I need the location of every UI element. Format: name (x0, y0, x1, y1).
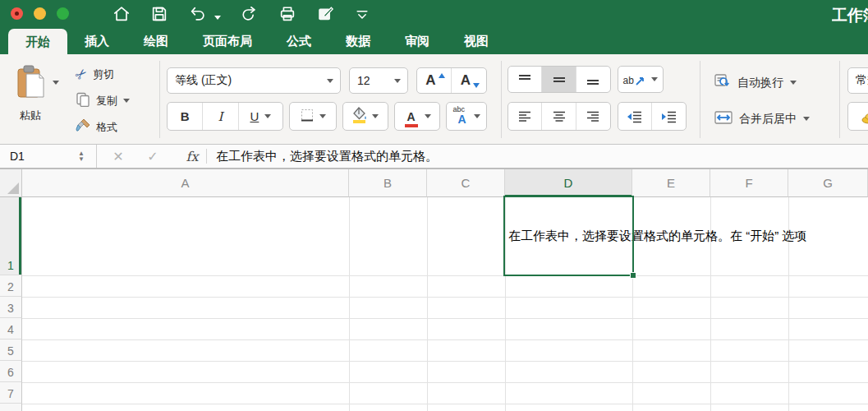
cut-label: 剪切 (93, 67, 114, 82)
vertical-align-group (507, 66, 611, 93)
row-header-7[interactable]: 7 (0, 382, 22, 404)
align-middle-button[interactable] (542, 67, 576, 92)
phonetic-guide-button[interactable]: abc A (446, 102, 487, 131)
shrink-font-button[interactable]: A (452, 68, 486, 93)
row-header-8[interactable]: 8 (0, 404, 22, 411)
font-size-combobox[interactable]: 12 (349, 67, 408, 94)
cut-button[interactable]: ✂ 剪切 (76, 66, 114, 83)
format-painter-button[interactable]: 格式 (76, 118, 117, 136)
name-box[interactable]: D1 ▲ ▼ (0, 145, 97, 168)
close-window-button[interactable] (11, 7, 23, 20)
tab-review[interactable]: 审阅 (388, 27, 447, 54)
minimize-window-button[interactable] (34, 7, 46, 20)
row-header-4[interactable]: 4 (0, 318, 22, 339)
column-header-b[interactable]: B (349, 169, 427, 197)
wrap-text-caret[interactable] (790, 81, 797, 85)
cancel-button[interactable]: ✕ (110, 145, 126, 168)
orientation-dropdown-caret[interactable] (651, 77, 658, 81)
merge-center-label: 合并后居中 (739, 112, 797, 127)
insert-function-button[interactable]: fx (182, 145, 202, 168)
paste-dropdown-caret[interactable] (53, 81, 59, 85)
horizontal-align-group (507, 102, 611, 131)
row-header-1[interactable]: 1 (0, 197, 22, 275)
active-cell-selection[interactable] (503, 196, 634, 276)
enter-button[interactable]: ✓ (145, 145, 161, 168)
fill-color-button[interactable] (342, 102, 388, 131)
underline-dropdown-caret[interactable] (264, 114, 271, 118)
wrap-text-button[interactable]: 自动换行 (714, 74, 797, 91)
column-headers: A B C D E F G (0, 169, 868, 197)
font-size-caret (394, 79, 401, 83)
phonetic-dropdown-caret[interactable] (474, 114, 480, 118)
decrease-indent-button[interactable] (618, 103, 652, 130)
align-center-button[interactable] (542, 103, 576, 130)
group-divider (501, 61, 502, 138)
underline-button[interactable]: U (239, 103, 282, 130)
print-icon[interactable] (278, 5, 296, 23)
toolbar-overflow-icon[interactable] (354, 6, 370, 22)
select-all-corner[interactable] (0, 169, 22, 197)
borders-dropdown-caret[interactable] (319, 114, 326, 118)
font-color-button[interactable]: A (394, 102, 440, 131)
merge-center-button[interactable]: 合并后居中 (714, 110, 810, 127)
undo-icon[interactable] (188, 5, 208, 23)
font-size-value: 12 (350, 74, 394, 87)
home-icon[interactable] (113, 5, 131, 23)
grow-font-arrow-icon (439, 73, 445, 78)
grow-font-button[interactable]: A (417, 68, 452, 93)
tab-data[interactable]: 数据 (328, 27, 388, 54)
align-right-button[interactable] (576, 103, 610, 130)
copy-dropdown-caret[interactable] (123, 99, 130, 103)
italic-button[interactable]: I (203, 103, 238, 130)
align-left-button[interactable] (508, 103, 542, 130)
quick-access-toolbar (113, 4, 370, 24)
font-family-value: 等线 (正文) (168, 73, 327, 88)
tab-draw[interactable]: 绘图 (126, 27, 186, 54)
row-header-3[interactable]: 3 (0, 297, 22, 318)
number-format-combobox[interactable]: 常规 (847, 67, 868, 94)
paste-button[interactable]: 粘贴 (7, 64, 54, 138)
font-color-icon: A (404, 109, 419, 124)
align-bottom-button[interactable] (576, 67, 610, 92)
borders-button[interactable] (289, 102, 337, 131)
ribbon: 粘贴 ✂ 剪切 复制 格式 等线 (正文) 12 A (0, 54, 868, 145)
spreadsheet-grid: A B C D E F G 1 2 3 4 5 6 7 8 在工作表中，选择要设… (0, 169, 868, 411)
align-top-button[interactable] (508, 67, 542, 92)
tab-view[interactable]: 视图 (447, 27, 506, 54)
row-header-5[interactable]: 5 (0, 339, 22, 361)
fill-color-dropdown-caret[interactable] (372, 114, 379, 118)
column-header-f[interactable]: F (710, 169, 788, 197)
tab-home[interactable]: 开始 (8, 29, 67, 54)
zoom-window-button[interactable] (57, 7, 69, 20)
font-size-step-group: A A (416, 67, 487, 94)
font-color-dropdown-caret[interactable] (425, 114, 431, 118)
bold-button[interactable]: B (168, 103, 203, 130)
column-header-d[interactable]: D (505, 169, 632, 197)
stepper-down-icon[interactable]: ▼ (78, 156, 85, 162)
currency-format-button[interactable] (847, 102, 868, 131)
copy-icon (76, 92, 90, 109)
phonetic-guide-icon: abc A (453, 107, 470, 127)
redo-icon[interactable] (241, 5, 259, 23)
fill-handle[interactable] (630, 272, 636, 279)
row-header-2[interactable]: 2 (0, 275, 22, 297)
orientation-button[interactable]: ab (618, 66, 664, 93)
tab-formulas[interactable]: 公式 (269, 27, 328, 54)
row-header-6[interactable]: 6 (0, 361, 22, 382)
scissors-icon: ✂ (71, 64, 92, 85)
tab-page-layout[interactable]: 页面布局 (186, 27, 269, 54)
increase-indent-button[interactable] (652, 103, 686, 130)
formula-input[interactable]: 在工作表中，选择要设置格式的单元格。 (216, 145, 438, 168)
undo-dropdown-caret[interactable] (214, 16, 221, 20)
share-edit-icon[interactable] (316, 5, 334, 23)
column-header-c[interactable]: C (427, 169, 505, 197)
copy-button[interactable]: 复制 (76, 92, 130, 109)
column-header-e[interactable]: E (632, 169, 710, 197)
column-header-g[interactable]: G (788, 169, 868, 197)
name-box-stepper[interactable]: ▲ ▼ (78, 150, 85, 162)
column-header-a[interactable]: A (22, 169, 349, 197)
save-icon[interactable] (150, 5, 168, 23)
font-family-combobox[interactable]: 等线 (正文) (167, 67, 341, 94)
merge-center-caret[interactable] (803, 117, 810, 121)
tab-insert[interactable]: 插入 (67, 27, 126, 54)
